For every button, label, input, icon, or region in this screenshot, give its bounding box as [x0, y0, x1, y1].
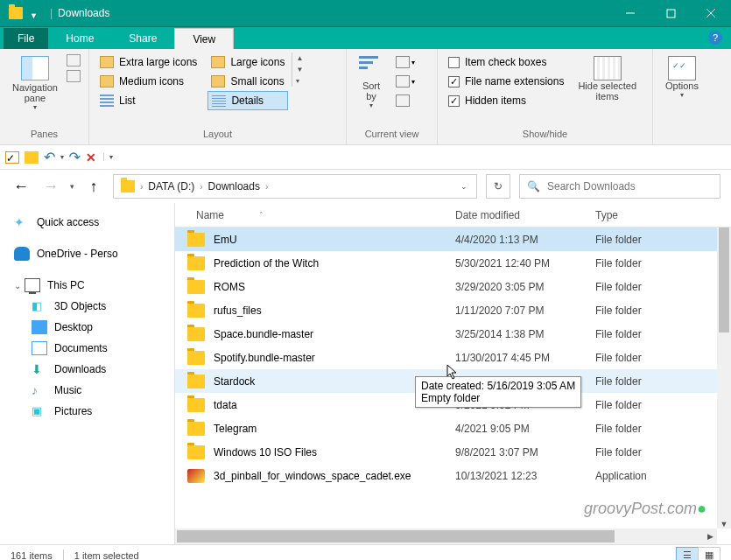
file-name: Spotify.bundle-master: [214, 352, 455, 364]
layout-small[interactable]: Small icons: [207, 72, 288, 91]
refresh-button[interactable]: ↻: [486, 174, 510, 199]
svg-rect-1: [667, 10, 675, 18]
ribbon-tabs: File Home Share View ?: [0, 26, 731, 49]
minimize-button[interactable]: [610, 0, 650, 26]
scrollbar-thumb[interactable]: [719, 228, 729, 332]
sidebar-item-documents[interactable]: Documents: [14, 338, 174, 359]
delete-button[interactable]: ✕: [86, 150, 96, 164]
sidebar-item-3dobjects[interactable]: ◧3D Objects: [14, 296, 174, 317]
col-date[interactable]: Date modified: [446, 209, 587, 221]
hide-selected-button[interactable]: Hide selected items: [573, 52, 642, 105]
vertical-scrollbar[interactable]: ▲ ▼: [717, 228, 731, 528]
scrollbar-thumb-h[interactable]: [177, 530, 615, 542]
col-type[interactable]: Type: [587, 209, 674, 221]
history-dropdown[interactable]: ▾: [70, 182, 74, 191]
details-pane-button[interactable]: [67, 70, 81, 82]
tab-share[interactable]: Share: [111, 28, 174, 49]
large-icons-view-button[interactable]: ▦: [698, 547, 720, 561]
layout-medium[interactable]: Medium icons: [96, 72, 200, 91]
sort-by-button[interactable]: Sort by ▾: [354, 52, 389, 113]
layout-scroll-up[interactable]: ▲: [294, 52, 305, 64]
tab-file-label: File: [18, 32, 34, 45]
pc-icon: [25, 278, 40, 292]
titlebar-dropdown-icon[interactable]: ▼: [30, 11, 38, 20]
sidebar-item-onedrive[interactable]: OneDrive - Perso: [14, 243, 174, 264]
breadcrumb-sep-icon[interactable]: ›: [264, 182, 270, 192]
sidebar-item-desktop[interactable]: Desktop: [14, 317, 174, 338]
sidebar-item-quickaccess[interactable]: ✦Quick access: [14, 212, 174, 233]
file-row[interactable]: Windows 10 ISO Files9/8/2021 3:07 PMFile…: [175, 440, 731, 464]
3dobjects-label: 3D Objects: [54, 300, 106, 312]
scroll-down-icon[interactable]: ▼: [717, 520, 731, 528]
forward-button[interactable]: →: [40, 178, 61, 196]
qat-properties-button[interactable]: ✓: [5, 151, 19, 164]
layout-small-label: Small icons: [230, 75, 284, 88]
folder-icon: [187, 374, 205, 388]
back-button[interactable]: ←: [11, 178, 32, 196]
file-row[interactable]: EmU4/4/2020 1:13 PMFile folder: [175, 228, 731, 251]
file-row[interactable]: Prediction of the Witch5/30/2021 12:40 P…: [175, 251, 731, 275]
scroll-right-icon[interactable]: ▶: [704, 528, 717, 544]
pictures-icon: ▣: [32, 404, 47, 418]
sidebar-item-downloads[interactable]: ⬇Downloads: [14, 359, 174, 380]
layout-scroll-more[interactable]: ▾: [294, 75, 305, 87]
layout-list-label: List: [119, 94, 136, 107]
horizontal-scrollbar[interactable]: ◀ ▶: [175, 528, 717, 544]
help-button[interactable]: ?: [708, 31, 722, 45]
file-name: 3d_pinball_for_windows_space_cadet.exe: [214, 470, 455, 482]
file-row[interactable]: rufus_files1/11/2020 7:07 PMFile folder: [175, 298, 731, 322]
address-dropdown-icon[interactable]: ⌄: [460, 182, 467, 191]
file-row[interactable]: 3d_pinball_for_windows_space_cadet.exe10…: [175, 464, 731, 487]
sidebar-item-pictures[interactable]: ▣Pictures: [14, 401, 174, 422]
qat-dropdown[interactable]: ▾: [103, 153, 113, 161]
file-name: Windows 10 ISO Files: [214, 446, 455, 458]
group-by-button[interactable]: ▾: [392, 72, 418, 91]
sidebar-item-thispc[interactable]: ⌄This PC: [14, 275, 174, 296]
col-name[interactable]: Name˄: [187, 209, 446, 221]
undo-button[interactable]: ↶: [44, 149, 55, 165]
undo-dropdown[interactable]: ▾: [60, 153, 64, 161]
layout-extra-large[interactable]: Extra large icons: [96, 52, 200, 72]
options-label: Options: [665, 80, 699, 91]
options-button[interactable]: Options ▾: [660, 52, 704, 102]
file-extensions-toggle[interactable]: ✓File name extensions: [445, 72, 567, 91]
file-row[interactable]: ROMS3/29/2020 3:05 PMFile folder: [175, 275, 731, 298]
close-button[interactable]: [691, 0, 731, 26]
layout-large[interactable]: Large icons: [207, 52, 288, 72]
qat-new-folder-button[interactable]: [25, 151, 39, 164]
tab-view[interactable]: View: [174, 28, 234, 49]
add-columns-button[interactable]: ▾: [392, 52, 418, 72]
maximize-button[interactable]: [650, 0, 691, 26]
expand-icon[interactable]: ⌄: [14, 281, 25, 290]
item-checkboxes-toggle[interactable]: Item check boxes: [445, 52, 567, 72]
tab-file[interactable]: File: [4, 28, 48, 49]
address-bar[interactable]: › DATA (D:) › Downloads › ⌄: [113, 174, 477, 199]
up-button[interactable]: ↑: [83, 178, 104, 196]
tab-home[interactable]: Home: [48, 28, 111, 49]
file-row[interactable]: Space.bundle-master3/25/2014 1:38 PMFile…: [175, 322, 731, 346]
layout-details[interactable]: Details: [207, 91, 288, 110]
breadcrumb-seg-1[interactable]: Downloads: [205, 180, 264, 192]
breadcrumb-sep-icon[interactable]: ›: [198, 182, 204, 192]
onedrive-label: OneDrive - Perso: [37, 248, 118, 260]
hide-selected-icon: [594, 56, 622, 80]
file-row[interactable]: Telegram4/2021 9:05 PMFile folder: [175, 416, 731, 440]
sidebar-item-music[interactable]: ♪Music: [14, 380, 174, 401]
cloud-icon: [14, 247, 30, 261]
redo-button[interactable]: ↶: [69, 149, 81, 165]
details-view-button[interactable]: ☰: [676, 547, 699, 561]
documents-label: Documents: [54, 342, 108, 354]
hidden-items-toggle[interactable]: ✓Hidden items: [445, 91, 567, 110]
size-columns-button[interactable]: [392, 91, 418, 110]
tooltip-line1: Date created: 5/16/2019 3:05 AM: [421, 380, 575, 392]
breadcrumb-seg-0[interactable]: DATA (D:): [144, 180, 198, 192]
search-input[interactable]: 🔍 Search Downloads: [519, 174, 720, 199]
layout-scroll-down[interactable]: ▼: [294, 64, 305, 75]
preview-pane-button[interactable]: [67, 54, 81, 66]
app-folder-icon: [9, 7, 23, 19]
folder-icon: [187, 327, 205, 341]
breadcrumb-sep-icon[interactable]: ›: [138, 182, 144, 192]
layout-list[interactable]: List: [96, 91, 200, 110]
large-icons-view-icon: ▦: [705, 550, 713, 560]
navigation-pane-button[interactable]: Navigation pane ▾: [7, 52, 63, 115]
